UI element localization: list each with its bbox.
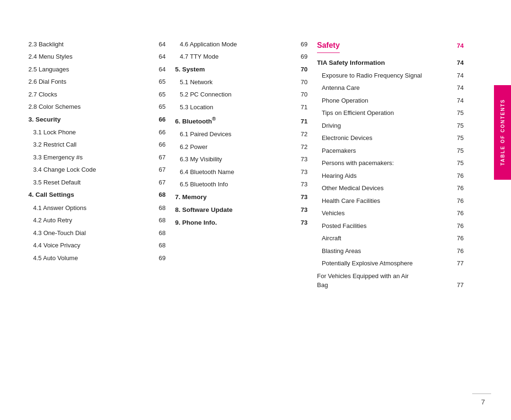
list-item: 6. Bluetooth®71 (175, 114, 308, 128)
list-item: 5.3 Location71 (175, 101, 308, 114)
page-num: 76 (449, 209, 464, 218)
page-num: 75 (449, 121, 464, 131)
entry-text: 6. Bluetooth® (175, 115, 293, 126)
entry-text: 4.7 TTY Mode (175, 52, 293, 61)
entry-text: 2.8 Color Schemes (28, 102, 151, 112)
entry-text: Driving (322, 121, 449, 131)
list-item: Health Care Facilities76 (317, 194, 464, 207)
entry-text: 9. Phone Info. (175, 218, 293, 228)
tia-title: TIA Safety Information (317, 58, 449, 68)
entry-text: 8. Software Update (175, 205, 293, 215)
entry-text: 3.2 Restrict Call (28, 140, 151, 149)
page-num: 71 (293, 103, 308, 112)
list-item: Aircraft76 (317, 232, 464, 245)
entry-text: Potentially Explosive Atmosphere (322, 259, 449, 268)
list-item: 6.3 My Visibility73 (175, 153, 308, 166)
entry-text: Antenna Care (322, 83, 449, 93)
page-num: 66 (151, 140, 166, 149)
entry-text: Persons with pacemakers: (322, 158, 449, 168)
list-item: 4.1 Answer Options68 (28, 201, 166, 214)
list-item: Vehicles76 (317, 207, 464, 220)
list-item: 3.4 Change Lock Code67 (28, 164, 166, 176)
list-item: 4.4 Voice Privacy68 (28, 239, 166, 252)
page-num: 65 (151, 90, 166, 99)
page-num: 70 (293, 90, 308, 99)
page-num: 76 (449, 234, 464, 243)
entry-text: 4.2 Auto Retry (28, 216, 151, 225)
page-num: 74 (449, 83, 464, 93)
entry-text: Pacemakers (322, 146, 449, 156)
page-num: 74 (449, 96, 464, 105)
page-num: 71 (293, 117, 308, 126)
entry-text: 5. System (175, 65, 293, 74)
entry-text: 3.3 Emergency #s (28, 153, 151, 162)
page-num: 70 (293, 78, 308, 87)
entry-text: Vehicles (322, 209, 449, 218)
entry-text: 4.1 Answer Options (28, 203, 151, 213)
entry-text: 5.2 PC Connection (175, 90, 293, 99)
tia-header-row: TIA Safety Information74 (317, 56, 464, 69)
safety-page-num: 74 (449, 41, 464, 51)
page-num: 73 (293, 218, 308, 228)
tia-page-num: 74 (449, 58, 464, 68)
list-item: 2.8 Color Schemes65 (28, 101, 166, 114)
entry-text: 6.5 Bluetooth Info (175, 180, 293, 189)
list-item: 6.5 Bluetooth Info73 (175, 178, 308, 191)
list-item: Persons with pacemakers:75 (317, 157, 464, 170)
page-num: 77 (449, 280, 464, 290)
page-num: 68 (151, 216, 166, 225)
entry-text: 4. Call Settings (28, 190, 151, 200)
list-item: 6.1 Paired Devices72 (175, 128, 308, 141)
page-num: 67 (151, 178, 166, 187)
list-item: Tips on Efficient Operation75 (317, 107, 464, 120)
page-num: 66 (151, 128, 166, 137)
entry-line-2: Bag (317, 280, 449, 290)
toc-sidebar-tab: TABLE OF CONTENTS (494, 85, 511, 180)
column-3: Safety74TIA Safety Information74Exposure… (317, 38, 492, 401)
entry-text: 3. Security (28, 115, 151, 124)
entry-text: Posted Facilities (322, 221, 449, 231)
page-num: 73 (293, 205, 308, 215)
list-item: 2.3 Backlight64 (28, 38, 166, 51)
entry-text: 4.4 Voice Privacy (28, 241, 151, 250)
page-num: 68 (151, 241, 166, 250)
entry-text: 3.1 Lock Phone (28, 128, 151, 137)
page-num: 76 (449, 184, 464, 193)
entry-text: Exposure to Radio Frequency Signal (322, 71, 449, 80)
list-item: 3.5 Reset Default67 (28, 176, 166, 189)
list-item: 7. Memory73 (175, 191, 308, 203)
list-item: 3.2 Restrict Call66 (28, 139, 166, 151)
entry-text: 3.5 Reset Default (28, 178, 151, 187)
page-num: 73 (293, 167, 308, 177)
entry-text: Health Care Facilities (322, 196, 449, 206)
column-1: 2.3 Backlight642.4 Menu Styles642.5 Lang… (28, 38, 175, 401)
list-item: Exposure to Radio Frequency Signal74 (317, 69, 464, 82)
entry-text: Aircraft (322, 234, 449, 243)
entry-text: 4.6 Application Mode (175, 40, 293, 49)
list-item: 3.1 Lock Phone66 (28, 126, 166, 139)
list-item: 4.6 Application Mode69 (175, 38, 308, 51)
page-num: 75 (449, 146, 464, 156)
list-item: 4.7 TTY Mode69 (175, 51, 308, 63)
page-num: 66 (151, 115, 166, 124)
multiline-entry: For Vehicles Equipped with an AirBag (317, 271, 449, 290)
bottom-rule (472, 394, 491, 394)
page-num: 75 (449, 133, 464, 143)
page-num: 64 (151, 40, 166, 49)
list-item: Blasting Areas76 (317, 245, 464, 257)
entry-text: Hearing Aids (322, 171, 449, 181)
page-num: 76 (449, 196, 464, 206)
page-num: 69 (151, 254, 166, 263)
page-num: 68 (151, 190, 166, 200)
page-num: 75 (449, 158, 464, 168)
list-item: For Vehicles Equipped with an AirBag77 (317, 270, 464, 291)
entry-text: 6.1 Paired Devices (175, 130, 293, 139)
list-item: Electronic Devices75 (317, 132, 464, 145)
entry-text: 2.5 Languages (28, 65, 151, 74)
page-num: 75 (449, 108, 464, 118)
page-num: 74 (449, 71, 464, 80)
page-num: 65 (151, 102, 166, 112)
entry-text: 2.4 Menu Styles (28, 52, 151, 61)
entry-text: 2.6 Dial Fonts (28, 77, 151, 87)
page-num: 69 (293, 52, 308, 61)
